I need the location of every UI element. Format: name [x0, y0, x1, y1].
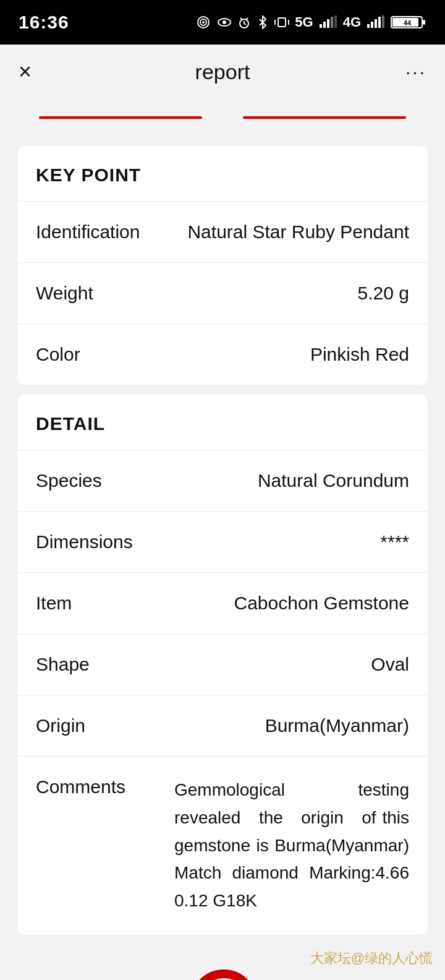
species-value: Natural Corundum: [258, 470, 409, 491]
svg-point-2: [202, 21, 205, 24]
color-label: Color: [36, 344, 80, 365]
svg-rect-17: [334, 15, 337, 28]
app-header: × report ···: [0, 45, 445, 99]
svg-rect-20: [375, 19, 377, 28]
5g-label: 5G: [295, 14, 313, 30]
svg-rect-16: [331, 17, 333, 28]
identification-label: Identification: [36, 221, 140, 243]
network-icon: [195, 15, 212, 29]
item-label: Item: [36, 593, 72, 614]
status-bar: 16:36 5G: [0, 0, 445, 45]
vibrate-icon: [274, 15, 290, 29]
eye-icon: [217, 15, 232, 29]
content-area: KEY POINT Identification Natural Star Ru…: [0, 146, 445, 980]
svg-line-8: [240, 18, 242, 20]
signal-5g-icon: [318, 15, 338, 29]
dimensions-label: Dimensions: [36, 531, 133, 552]
more-button[interactable]: ···: [405, 61, 426, 82]
svg-point-4: [222, 20, 226, 24]
bluetooth-icon: [256, 15, 269, 29]
dimensions-row: Dimensions ****: [17, 512, 428, 573]
detail-title: DETAIL: [36, 413, 105, 434]
item-row: Item Cabochon Gemstone: [17, 573, 428, 634]
comments-row: Comments Gemmological testing revealed t…: [17, 757, 428, 935]
key-point-header: KEY POINT: [17, 146, 428, 202]
tab-right-indicator: [243, 116, 406, 119]
comments-value: Gemmological testing revealed the origin…: [174, 776, 409, 915]
svg-rect-18: [367, 24, 370, 28]
svg-rect-10: [278, 18, 286, 27]
battery-icon: 44: [391, 15, 426, 30]
svg-rect-22: [382, 15, 384, 28]
svg-rect-19: [371, 22, 373, 28]
svg-rect-21: [378, 17, 381, 28]
identification-row: Identification Natural Star Ruby Pendant: [17, 202, 428, 263]
svg-line-9: [246, 18, 248, 20]
status-icons: 5G 4G 44: [195, 14, 426, 30]
color-row: Color Pinkish Red: [17, 324, 428, 385]
close-button[interactable]: ×: [19, 61, 32, 83]
origin-value: Burma(Myanmar): [265, 715, 409, 736]
shape-label: Shape: [36, 654, 90, 675]
alarm-icon: [237, 15, 252, 29]
tab-left-indicator: [39, 116, 202, 119]
tab-left[interactable]: [19, 103, 222, 132]
svg-rect-14: [323, 22, 326, 28]
4g-label: 4G: [343, 14, 361, 30]
species-row: Species Natural Corundum: [17, 450, 428, 512]
item-value: Cabochon Gemstone: [234, 593, 409, 614]
shape-value: Oval: [371, 654, 409, 675]
detail-header: DETAIL: [17, 395, 428, 450]
svg-text:44: 44: [404, 19, 412, 27]
svg-rect-15: [327, 19, 329, 28]
weight-row: Weight 5.20 g: [17, 263, 428, 324]
weight-label: Weight: [36, 283, 93, 304]
tab-right[interactable]: [222, 103, 426, 132]
dimensions-value: ****: [380, 531, 409, 552]
svg-line-7: [244, 24, 246, 25]
detail-card: DETAIL Species Natural Corundum Dimensio…: [17, 395, 428, 935]
key-point-card: KEY POINT Identification Natural Star Ru…: [17, 146, 428, 385]
weight-value: 5.20 g: [358, 283, 409, 304]
color-value: Pinkish Red: [310, 344, 409, 365]
species-label: Species: [36, 470, 102, 491]
watermark: 大家坛@绿的人心慌: [310, 949, 433, 968]
page-title: report: [195, 60, 250, 84]
tab-bar: [0, 99, 445, 136]
status-time: 16:36: [19, 12, 69, 33]
svg-rect-25: [423, 20, 425, 25]
shape-row: Shape Oval: [17, 634, 428, 695]
origin-row: Origin Burma(Myanmar): [17, 695, 428, 757]
identification-value: Natural Star Ruby Pendant: [187, 221, 409, 243]
key-point-title: KEY POINT: [36, 165, 141, 185]
origin-label: Origin: [36, 715, 85, 736]
signal-4g-icon: [366, 15, 386, 29]
grc-logo: GRC: [185, 969, 260, 980]
comments-label: Comments: [36, 776, 125, 797]
svg-rect-13: [320, 24, 322, 28]
